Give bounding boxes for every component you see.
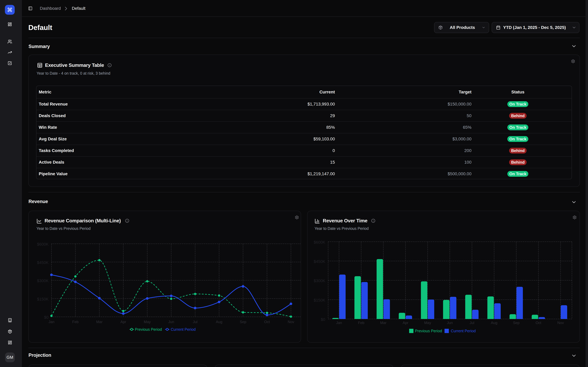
svg-text:Nov: Nov bbox=[557, 321, 564, 325]
svg-text:Oct: Oct bbox=[536, 321, 541, 325]
svg-text:Current Period: Current Period bbox=[171, 327, 196, 332]
svg-text:Nov: Nov bbox=[288, 320, 294, 324]
svg-text:Mar: Mar bbox=[380, 321, 387, 325]
svg-text:Oct: Oct bbox=[264, 320, 270, 324]
svg-text:Apr: Apr bbox=[403, 321, 408, 325]
svg-text:$150K: $150K bbox=[37, 297, 49, 301]
svg-text:$600K: $600K bbox=[314, 240, 325, 244]
svg-text:Previous Period: Previous Period bbox=[415, 329, 442, 333]
svg-text:$450K: $450K bbox=[37, 260, 49, 265]
svg-text:Jun: Jun bbox=[447, 321, 453, 325]
svg-text:Sep: Sep bbox=[513, 321, 519, 325]
svg-text:Sep: Sep bbox=[240, 320, 246, 324]
svg-text:Mar: Mar bbox=[96, 320, 103, 324]
svg-text:Apr: Apr bbox=[121, 320, 126, 324]
svg-text:$300K: $300K bbox=[37, 278, 49, 283]
svg-text:$300K: $300K bbox=[314, 278, 325, 283]
svg-text:Aug: Aug bbox=[216, 320, 222, 324]
svg-text:Jul: Jul bbox=[470, 321, 474, 325]
svg-text:Jun: Jun bbox=[168, 320, 174, 324]
svg-text:May: May bbox=[144, 320, 151, 324]
svg-text:Aug: Aug bbox=[491, 321, 498, 325]
svg-text:$0: $0 bbox=[321, 317, 325, 322]
svg-text:Current Period: Current Period bbox=[451, 329, 476, 333]
svg-text:$150K: $150K bbox=[314, 298, 325, 302]
svg-text:$0: $0 bbox=[44, 315, 49, 320]
svg-text:Jul: Jul bbox=[193, 320, 198, 324]
svg-text:$600K: $600K bbox=[37, 242, 49, 247]
svg-text:Feb: Feb bbox=[358, 321, 364, 325]
svg-text:Jan: Jan bbox=[336, 321, 342, 325]
svg-text:Feb: Feb bbox=[72, 320, 78, 324]
svg-text:Previous Period: Previous Period bbox=[135, 327, 162, 332]
svg-text:Jan: Jan bbox=[49, 320, 54, 324]
svg-text:May: May bbox=[424, 321, 431, 325]
svg-text:$450K: $450K bbox=[314, 259, 325, 264]
